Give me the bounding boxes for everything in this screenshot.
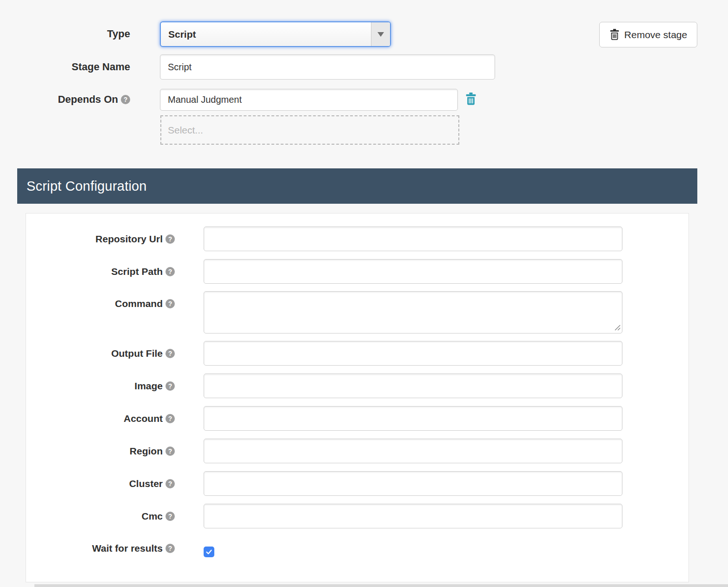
help-icon[interactable]: ? (165, 512, 175, 521)
stage-config-screen: Type Script Remove stage Stage Name Depe… (0, 0, 728, 587)
help-icon[interactable]: ? (165, 381, 175, 391)
image-label: Image ? (26, 374, 175, 398)
help-icon[interactable]: ? (165, 267, 175, 276)
form-row-output-file: Output File ? (26, 341, 688, 366)
form-row-region: Region ? (26, 439, 688, 463)
select-arrow-segment[interactable] (371, 22, 390, 46)
depends-on-label: Depends On ? (0, 93, 130, 107)
remove-stage-label: Remove stage (624, 29, 687, 40)
remove-stage-button[interactable]: Remove stage (599, 22, 697, 47)
help-icon[interactable]: ? (165, 479, 175, 488)
trash-icon (609, 29, 620, 40)
form-row-wait-for-results: Wait for results ? (26, 541, 688, 557)
command-label: Command ? (26, 291, 175, 316)
form-row-account: Account ? (26, 406, 688, 431)
region-input[interactable] (204, 439, 622, 463)
output-file-label: Output File ? (26, 341, 175, 366)
section-header: Script Configuration (17, 168, 697, 204)
script-path-label-text: Script Path (111, 266, 163, 277)
wait-for-results-label-text: Wait for results (92, 543, 163, 554)
stage-name-input[interactable] (160, 54, 495, 80)
cluster-input[interactable] (204, 471, 622, 496)
account-label-text: Account (124, 413, 163, 424)
form-row-script-path: Script Path ? (26, 259, 688, 284)
output-file-input[interactable] (204, 341, 622, 366)
help-icon[interactable]: ? (165, 234, 175, 244)
form-row-cluster: Cluster ? (26, 471, 688, 496)
depends-on-add-select[interactable]: Select... (160, 115, 459, 145)
help-icon[interactable]: ? (165, 299, 175, 308)
depends-on-select-placeholder: Select... (168, 125, 203, 136)
form-row-cmc: Cmc ? (26, 504, 688, 528)
cmc-input[interactable] (204, 504, 622, 528)
wait-for-results-checkbox[interactable] (204, 547, 214, 557)
repository-url-input[interactable] (204, 227, 622, 251)
caret-down-icon (377, 32, 384, 37)
help-icon[interactable]: ? (165, 349, 175, 358)
cluster-label: Cluster ? (26, 471, 175, 496)
type-label: Type (0, 27, 130, 41)
account-input[interactable] (204, 406, 622, 431)
cmc-label-text: Cmc (141, 511, 163, 522)
type-label-text: Type (107, 27, 130, 41)
cluster-label-text: Cluster (129, 478, 163, 489)
command-textarea[interactable] (204, 291, 622, 334)
section-title: Script Configuration (26, 179, 147, 194)
region-label-text: Region (130, 446, 163, 457)
command-label-text: Command (115, 298, 163, 309)
depends-on-input[interactable] (160, 89, 458, 111)
script-config-panel: Repository Url ? Script Path ? Command ? (26, 213, 689, 582)
depends-on-label-text: Depends On (58, 93, 118, 107)
stage-type-selected-value: Script (168, 29, 196, 40)
form-row-command: Command ? (26, 291, 688, 334)
help-icon[interactable]: ? (165, 544, 175, 553)
image-input[interactable] (204, 374, 622, 398)
stage-name-label-text: Stage Name (72, 60, 130, 74)
form-row-repository-url: Repository Url ? (26, 227, 688, 251)
help-icon[interactable]: ? (121, 95, 130, 104)
script-path-input[interactable] (204, 259, 622, 284)
repository-url-label: Repository Url ? (26, 227, 175, 251)
help-icon[interactable]: ? (165, 414, 175, 423)
image-label-text: Image (134, 380, 163, 392)
cmc-label: Cmc ? (26, 504, 175, 528)
wait-for-results-label: Wait for results ? (26, 541, 175, 555)
region-label: Region ? (26, 439, 175, 463)
check-icon (205, 548, 213, 556)
stage-name-label: Stage Name (0, 60, 130, 74)
account-label: Account ? (26, 406, 175, 431)
repository-url-label-text: Repository Url (95, 233, 163, 245)
script-path-label: Script Path ? (26, 259, 175, 284)
stage-type-select[interactable]: Script (160, 21, 391, 47)
bottom-divider (34, 584, 728, 587)
remove-dependency-trash-icon[interactable] (465, 93, 477, 106)
output-file-label-text: Output File (111, 348, 163, 359)
help-icon[interactable]: ? (165, 447, 175, 456)
form-row-image: Image ? (26, 374, 688, 398)
